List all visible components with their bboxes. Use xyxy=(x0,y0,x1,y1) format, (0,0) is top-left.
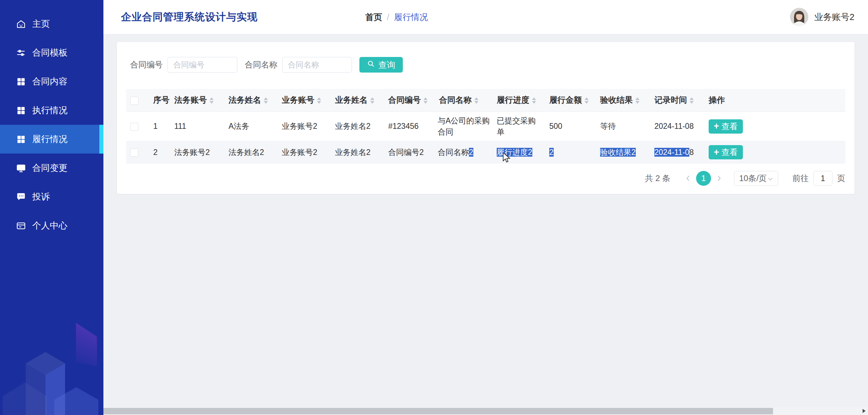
column-header-contract-name[interactable]: 合同名称 xyxy=(435,89,493,112)
cell-legal-account: 法务账号2 xyxy=(170,141,224,163)
avatar xyxy=(790,8,808,26)
sort-carets[interactable] xyxy=(210,97,214,104)
sidebar-item-contract-change[interactable]: 合同变更 xyxy=(0,154,103,182)
sidebar-nav: 主页 合同模板 合同内容 xyxy=(0,0,103,240)
content-area: 合同编号 合同名称 查询 xyxy=(103,34,868,415)
cell-record-time: 2024-11-08 xyxy=(650,112,705,141)
view-button[interactable]: + 查看 xyxy=(709,145,743,159)
column-header-progress[interactable]: 履行进度 xyxy=(493,89,545,112)
sort-carets[interactable] xyxy=(423,97,428,104)
column-header-legal-name[interactable]: 法务姓名 xyxy=(224,89,278,112)
sidebar-item-contract-content[interactable]: 合同内容 xyxy=(0,67,103,96)
sidebar-item-complaint[interactable]: 投诉 xyxy=(0,182,103,211)
sidebar-item-personal-center[interactable]: 个人中心 xyxy=(0,211,103,240)
column-header-biz-account[interactable]: 业务账号 xyxy=(278,89,331,112)
contract-name-label: 合同名称 xyxy=(245,59,277,70)
cell-contract-no: 合同编号2 xyxy=(384,141,435,163)
column-header-legal-account[interactable]: 法务账号 xyxy=(170,89,224,112)
chevron-down-icon xyxy=(768,174,773,183)
selected-text: 2024-11-0 xyxy=(654,148,689,157)
cell-contract-no: #123456 xyxy=(384,112,435,141)
pagination-total: 共 2 条 xyxy=(645,173,670,184)
column-header-record-time[interactable]: 记录时间 xyxy=(650,89,705,112)
sidebar: 主页 合同模板 合同内容 xyxy=(0,0,103,415)
cell-biz-account: 业务账号2 xyxy=(278,141,331,163)
content-card: 合同编号 合同名称 查询 xyxy=(117,42,854,194)
sidebar-item-label: 合同内容 xyxy=(32,76,67,87)
plus-icon: + xyxy=(714,122,719,131)
cell-progress: 已提交采购单 xyxy=(493,112,545,141)
sidebar-item-label: 执行情况 xyxy=(32,104,67,116)
goto-page-input[interactable] xyxy=(813,171,832,186)
cell-biz-account: 业务账号2 xyxy=(278,112,331,141)
user-name: 业务账号2 xyxy=(814,11,854,23)
cell-legal-name: 法务姓名2 xyxy=(224,141,278,163)
cell-amount: 2 xyxy=(545,141,596,163)
row-checkbox[interactable] xyxy=(130,149,138,157)
cell-result: 验收结果2 xyxy=(596,141,650,163)
sidebar-item-contract-template[interactable]: 合同模板 xyxy=(0,38,103,67)
sort-carets[interactable] xyxy=(690,97,694,104)
breadcrumb-separator: / xyxy=(387,12,389,22)
cell-contract-name: 合同名称2 xyxy=(435,141,493,163)
breadcrumb-current[interactable]: 履行情况 xyxy=(394,12,428,23)
performance-table: 序号 法务账号 法务姓名 业务账号 业务姓名 合同编号 合同名称 履行进度 履行… xyxy=(126,89,845,163)
sort-carets[interactable] xyxy=(370,97,374,104)
search-icon xyxy=(367,60,375,70)
sidebar-item-label: 履行情况 xyxy=(32,133,67,145)
sidebar-item-label: 合同模板 xyxy=(32,47,67,59)
user-menu[interactable]: 业务账号2 xyxy=(790,0,854,34)
page-size-select[interactable]: 10条/页 xyxy=(734,171,778,186)
scrollbar-thumb[interactable] xyxy=(103,408,773,414)
prev-page-button[interactable] xyxy=(682,171,694,186)
sort-carets[interactable] xyxy=(474,97,478,104)
contract-name-input[interactable] xyxy=(282,57,352,73)
column-header-seq: 序号 xyxy=(149,89,170,112)
selected-text: 2 xyxy=(549,148,554,157)
sidebar-item-execution-status[interactable]: 执行情况 xyxy=(0,96,103,125)
app-root: 主页 合同模板 合同内容 xyxy=(0,0,868,415)
page-number-button[interactable]: 1 xyxy=(696,171,711,186)
column-header-biz-name[interactable]: 业务姓名 xyxy=(331,89,384,112)
cell-amount: 500 xyxy=(545,112,596,141)
grid-icon xyxy=(16,76,26,87)
next-page-button[interactable] xyxy=(713,171,725,186)
sidebar-item-performance-status[interactable]: 履行情况 xyxy=(0,125,103,154)
breadcrumb: 首页 / 履行情况 xyxy=(365,0,428,34)
column-header-amount[interactable]: 履行金额 xyxy=(545,89,596,112)
scrollbar-right-arrow-icon[interactable] xyxy=(862,408,866,415)
column-header-actions: 操作 xyxy=(705,89,845,112)
row-checkbox[interactable] xyxy=(130,123,138,131)
sort-carets[interactable] xyxy=(264,97,268,104)
idcard-icon xyxy=(16,220,26,231)
pagination: 共 2 条 1 10条/页 前往 xyxy=(126,171,845,186)
page-title: 企业合同管理系统设计与实现 xyxy=(121,10,258,24)
column-header-contract-no[interactable]: 合同编号 xyxy=(384,89,435,112)
selected-text: 履行进度2 xyxy=(497,148,532,157)
contract-no-input[interactable] xyxy=(167,57,237,73)
selected-text: 验收结果2 xyxy=(600,148,636,157)
horizontal-scrollbar[interactable] xyxy=(103,407,868,415)
sidebar-item-home[interactable]: 主页 xyxy=(0,9,103,38)
search-bar: 合同编号 合同名称 查询 xyxy=(130,42,845,73)
view-button[interactable]: + 查看 xyxy=(709,119,743,134)
sort-carets[interactable] xyxy=(532,97,536,104)
sidebar-item-label: 个人中心 xyxy=(32,220,67,232)
chat-icon xyxy=(16,192,26,202)
grid-icon xyxy=(16,105,26,116)
table-header-row: 序号 法务账号 法务姓名 业务账号 业务姓名 合同编号 合同名称 履行进度 履行… xyxy=(126,89,845,112)
sort-carets[interactable] xyxy=(635,97,639,104)
sort-carets[interactable] xyxy=(585,97,589,104)
column-header-result[interactable]: 验收结果 xyxy=(596,89,650,112)
breadcrumb-home[interactable]: 首页 xyxy=(365,12,382,23)
query-button[interactable]: 查询 xyxy=(359,57,403,73)
monitor-icon xyxy=(16,163,26,174)
sort-carets[interactable] xyxy=(317,97,321,104)
sidebar-item-label: 投诉 xyxy=(32,191,50,203)
select-all-checkbox[interactable] xyxy=(130,97,138,105)
goto-label: 前往 xyxy=(792,173,809,184)
goto-page-group: 前往 页 xyxy=(792,171,845,186)
contract-no-label: 合同编号 xyxy=(130,59,163,70)
cell-result: 等待 xyxy=(596,112,650,141)
home-icon xyxy=(16,19,26,29)
